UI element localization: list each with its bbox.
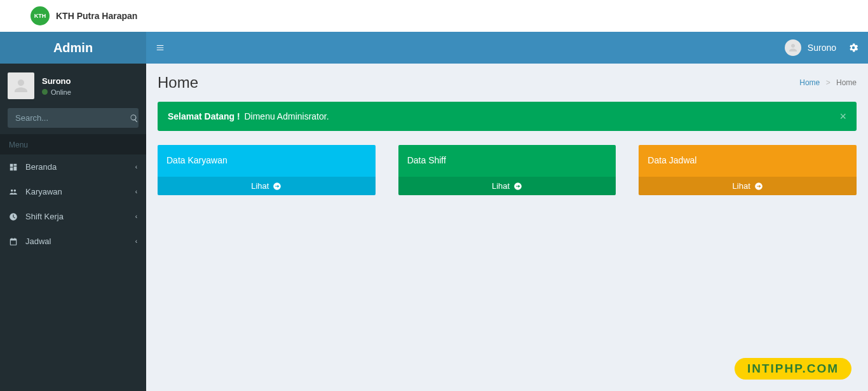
- gears-icon[interactable]: [848, 42, 859, 53]
- brand-logo: KTH: [31, 6, 50, 25]
- sidebar-username: Surono: [42, 76, 71, 86]
- chevron-left-icon: ‹: [135, 163, 137, 170]
- brand-bar: KTH KTH Putra Harapan: [0, 0, 868, 32]
- search-box: [8, 108, 139, 128]
- sidebar-title: Admin: [0, 32, 146, 64]
- card-link[interactable]: Lihat: [398, 177, 616, 195]
- calendar-icon: [9, 237, 22, 246]
- page-title: Home: [158, 74, 198, 92]
- main: Surono Home Home > Home Selamat Datang !…: [146, 32, 868, 391]
- watermark: INTIPHP.COM: [735, 358, 851, 380]
- topbar: Surono: [146, 32, 868, 64]
- hamburger-icon[interactable]: [155, 43, 165, 52]
- topbar-username: Surono: [808, 43, 836, 53]
- alert-text: Dimenu Adminisrator.: [242, 111, 329, 121]
- sidebar-item-label: Beranda: [22, 162, 135, 172]
- card-data-shiff: Data Shiff Lihat: [398, 145, 616, 195]
- search-icon: [130, 114, 139, 123]
- alert-strong: Selamat Datang !: [168, 111, 240, 121]
- arrow-circle-right-icon: [754, 182, 763, 191]
- card-title: Data Shiff: [398, 145, 616, 177]
- sidebar-item-label: Jadwal: [22, 237, 135, 246]
- online-dot-icon: [42, 89, 48, 95]
- sidebar-item-karyawan[interactable]: Karyawan ‹: [0, 179, 146, 204]
- chevron-left-icon: ‹: [135, 213, 137, 220]
- chevron-left-icon: ‹: [135, 188, 137, 195]
- arrow-circle-right-icon: [273, 182, 281, 191]
- breadcrumb: Home > Home: [799, 78, 857, 87]
- card-title: Data Karyawan: [158, 145, 376, 177]
- avatar: [785, 39, 801, 56]
- sidebar-item-shift[interactable]: Shift Kerja ‹: [0, 204, 146, 229]
- sidebar-user-panel: Surono Online: [0, 64, 146, 108]
- breadcrumb-root[interactable]: Home: [799, 78, 820, 87]
- card-link-text: Lihat: [733, 181, 750, 191]
- search-button[interactable]: [130, 108, 139, 128]
- grid-icon: [9, 163, 22, 172]
- card-link[interactable]: Lihat: [158, 177, 376, 195]
- sidebar-item-label: Karyawan: [22, 187, 135, 196]
- card-title: Data Jadwal: [639, 145, 857, 177]
- sidebar-item-label: Shift Kerja: [22, 212, 135, 221]
- arrow-circle-right-icon: [513, 182, 522, 191]
- card-link-text: Lihat: [492, 181, 510, 191]
- clock-icon: [9, 212, 22, 221]
- sidebar-item-beranda[interactable]: Beranda ‹: [0, 154, 146, 179]
- sidebar-user-status: Online: [42, 88, 71, 96]
- card-link-text: Lihat: [251, 181, 269, 191]
- breadcrumb-current: Home: [836, 78, 857, 87]
- search-input[interactable]: [8, 108, 130, 128]
- card-link[interactable]: Lihat: [639, 177, 857, 195]
- close-icon[interactable]: ×: [839, 111, 846, 122]
- content-header: Home Home > Home: [158, 74, 857, 92]
- sidebar-item-jadwal[interactable]: Jadwal ‹: [0, 229, 146, 254]
- users-icon: [9, 188, 22, 196]
- chevron-left-icon: ‹: [135, 238, 137, 245]
- brand-name: KTH Putra Harapan: [56, 11, 137, 21]
- sidebar: Admin Surono Online Menu: [0, 32, 146, 391]
- menu-header: Menu: [0, 134, 146, 154]
- breadcrumb-separator: >: [826, 78, 831, 87]
- content: Home Home > Home Selamat Datang ! Dimenu…: [146, 64, 868, 391]
- sidebar-user-status-text: Online: [51, 88, 71, 96]
- card-data-karyawan: Data Karyawan Lihat: [158, 145, 376, 195]
- card-data-jadwal: Data Jadwal Lihat: [639, 145, 857, 195]
- cards-row: Data Karyawan Lihat Data Shiff Lihat Dat…: [158, 145, 857, 195]
- welcome-alert: Selamat Datang ! Dimenu Adminisrator. ×: [158, 102, 857, 131]
- topbar-user[interactable]: Surono: [785, 39, 836, 56]
- avatar: [8, 72, 34, 99]
